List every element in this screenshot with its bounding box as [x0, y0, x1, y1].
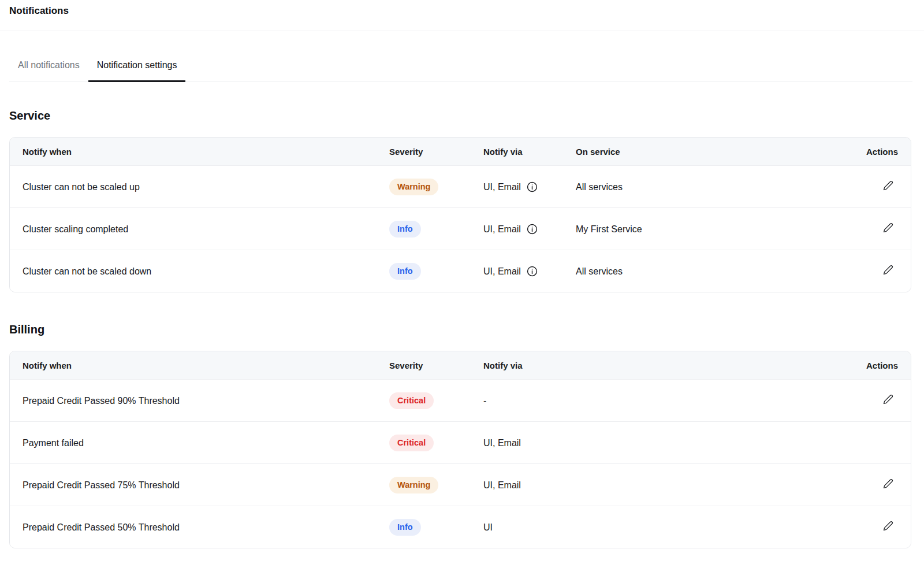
notify-when-cell: Prepaid Credit Passed 75% Threshold: [10, 479, 389, 491]
table-body: Prepaid Credit Passed 90% Threshold Crit…: [10, 379, 911, 548]
notification-table: Notify whenSeverityNotify viaActions Pre…: [9, 351, 911, 548]
notify-via-cell: UI, Email: [483, 437, 836, 449]
column-header-on-service: On service: [576, 146, 836, 157]
settings-sections: Service Notify whenSeverityNotify viaOn …: [0, 109, 924, 548]
on-service-cell: All services: [576, 181, 836, 193]
tab-bar: All notifications Notification settings: [9, 31, 912, 81]
tab-notification-settings[interactable]: Notification settings: [88, 31, 186, 82]
severity-badge: Warning: [389, 477, 438, 494]
actions-cell: [836, 265, 911, 278]
severity-cell: Critical: [389, 435, 483, 451]
notify-via-cell: UI, Email: [483, 479, 836, 491]
severity-cell: Warning: [389, 477, 483, 494]
notify-when-cell: Cluster can not be scaled up: [10, 181, 389, 193]
section-heading: Billing: [9, 322, 924, 337]
actions-cell: [836, 394, 911, 407]
notify-via-text: UI, Email: [483, 437, 521, 449]
severity-cell: Info: [389, 221, 483, 238]
notification-table: Notify whenSeverityNotify viaOn serviceA…: [9, 137, 911, 292]
notify-via-text: UI, Email: [483, 265, 521, 277]
table-row: Cluster scaling completed Info UI, Email…: [10, 207, 911, 250]
severity-badge: Info: [389, 263, 421, 280]
column-header-notify-via: Notify via: [483, 146, 576, 157]
table-row: Prepaid Credit Passed 90% Threshold Crit…: [10, 379, 911, 421]
severity-cell: Info: [389, 519, 483, 536]
actions-cell: [836, 180, 911, 194]
on-service-cell: My First Service: [576, 223, 836, 235]
notify-via-text: UI: [483, 521, 493, 533]
section-billing: Billing Notify whenSeverityNotify viaAct…: [0, 322, 924, 548]
info-icon[interactable]: [527, 224, 538, 235]
notify-when-cell: Prepaid Credit Passed 90% Threshold: [10, 395, 389, 407]
table-row: Prepaid Credit Passed 75% Threshold Warn…: [10, 463, 911, 506]
severity-cell: Critical: [389, 392, 483, 409]
column-header-actions: Actions: [836, 146, 911, 157]
table-row: Cluster can not be scaled down Info UI, …: [10, 250, 911, 292]
table-row: Payment failed Critical UI, Email: [10, 421, 911, 463]
column-header-notify-via: Notify via: [483, 360, 836, 371]
severity-badge: Info: [389, 221, 421, 238]
page-title: Notifications: [0, 0, 924, 17]
table-row: Prepaid Credit Passed 50% Threshold Info…: [10, 506, 911, 548]
actions-cell: [836, 478, 911, 492]
edit-pencil-icon[interactable]: [883, 265, 893, 275]
severity-badge: Info: [389, 519, 421, 536]
severity-cell: Info: [389, 263, 483, 280]
info-icon[interactable]: [527, 181, 538, 192]
notifications-page: Notifications All notifications Notifica…: [0, 0, 924, 564]
column-header-severity: Severity: [389, 360, 483, 371]
severity-badge: Critical: [389, 392, 434, 409]
edit-pencil-icon[interactable]: [883, 521, 893, 531]
notify-via-cell: UI, Email: [483, 265, 576, 277]
column-header-notify-when: Notify when: [10, 146, 389, 157]
notify-via-cell: UI: [483, 521, 836, 533]
table-body: Cluster can not be scaled up Warning UI,…: [10, 165, 911, 292]
column-header-notify-when: Notify when: [10, 360, 389, 371]
edit-pencil-icon[interactable]: [883, 180, 893, 191]
notify-via-text: UI, Email: [483, 479, 521, 491]
column-header-severity: Severity: [389, 146, 483, 157]
info-icon[interactable]: [527, 266, 538, 277]
severity-badge: Critical: [389, 435, 434, 451]
notify-via-text: -: [483, 395, 486, 407]
table-header-row: Notify whenSeverityNotify viaOn serviceA…: [10, 138, 911, 165]
notify-via-cell: UI, Email: [483, 181, 576, 193]
notify-when-cell: Payment failed: [10, 437, 389, 449]
notify-when-cell: Cluster can not be scaled down: [10, 265, 389, 277]
table-header-row: Notify whenSeverityNotify viaActions: [10, 351, 911, 379]
edit-pencil-icon[interactable]: [883, 478, 893, 489]
severity-cell: Warning: [389, 179, 483, 195]
severity-badge: Warning: [389, 179, 438, 195]
actions-cell: [836, 222, 911, 236]
edit-pencil-icon[interactable]: [883, 394, 893, 405]
table-row: Cluster can not be scaled up Warning UI,…: [10, 165, 911, 207]
column-header-actions: Actions: [836, 360, 911, 371]
notify-when-cell: Cluster scaling completed: [10, 223, 389, 235]
section-heading: Service: [9, 109, 924, 123]
notify-when-cell: Prepaid Credit Passed 50% Threshold: [10, 521, 389, 533]
edit-pencil-icon[interactable]: [883, 222, 893, 233]
actions-cell: [836, 521, 911, 534]
notify-via-cell: -: [483, 395, 836, 407]
notify-via-cell: UI, Email: [483, 223, 576, 235]
notify-via-text: UI, Email: [483, 223, 521, 235]
section-service: Service Notify whenSeverityNotify viaOn …: [0, 109, 924, 292]
notify-via-text: UI, Email: [483, 181, 521, 193]
tab-all-notifications[interactable]: All notifications: [9, 31, 88, 82]
on-service-cell: All services: [576, 265, 836, 277]
